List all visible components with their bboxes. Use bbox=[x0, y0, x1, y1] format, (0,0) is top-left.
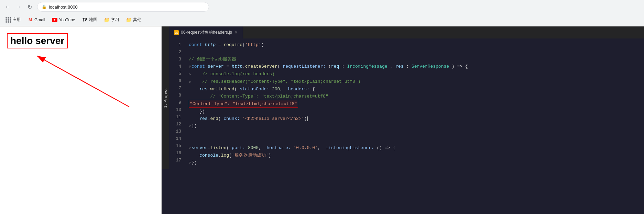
code-line-12: ▽}) bbox=[187, 122, 644, 130]
code-line-13 bbox=[187, 130, 644, 137]
code-line-8: // "Content-Type": "text/plain;charset=u… bbox=[187, 93, 644, 100]
code-line-4: ▽const server = http.createServer( reque… bbox=[187, 63, 644, 70]
line-num: 9 bbox=[169, 99, 181, 106]
gmail-icon: M bbox=[28, 17, 33, 23]
code-line-9: "Content-Type": "text/html;charset=utf8" bbox=[187, 100, 644, 108]
tab-filename: 06-request对象的headers.js bbox=[181, 30, 232, 35]
line-num: 10 bbox=[169, 106, 181, 113]
study-icon: 📁 bbox=[104, 17, 110, 23]
line-num: 17 bbox=[169, 157, 181, 164]
line-num: 7 bbox=[169, 85, 181, 92]
side-panel-label: 1: Project bbox=[163, 88, 167, 108]
line-num: 6 bbox=[169, 77, 181, 85]
code-line-7: res.writeHead( statusCode: 200, headers:… bbox=[187, 86, 644, 93]
reload-button[interactable]: ↻ bbox=[25, 2, 34, 12]
maps-icon: 🗺 bbox=[82, 17, 88, 23]
maps-label: 地图 bbox=[89, 17, 97, 23]
line-num: 14 bbox=[169, 135, 181, 142]
hello-server-text: hello server bbox=[10, 35, 64, 46]
code-line-17: ▽}) bbox=[187, 159, 644, 167]
maps-bookmark[interactable]: 🗺 地图 bbox=[79, 15, 100, 24]
line-num: 12 bbox=[169, 121, 181, 128]
code-area: 1 2 3 4 5 6 7 8 9 10 11 12 13 14 bbox=[169, 38, 644, 169]
gmail-label: Gmail bbox=[34, 18, 45, 22]
other-label: 其他 bbox=[133, 17, 141, 23]
line-num: 15 bbox=[169, 142, 181, 149]
back-button[interactable]: ← bbox=[3, 2, 12, 12]
annotation-arrow bbox=[0, 26, 161, 214]
line-num: 16 bbox=[169, 149, 181, 157]
nav-buttons: ← → ↻ bbox=[3, 2, 34, 12]
tab-close-button[interactable]: ✕ bbox=[234, 30, 238, 35]
code-line-16: console.log('服务器启动成功') bbox=[187, 152, 644, 159]
address-bar[interactable]: 🔒 localhost:8000 bbox=[37, 2, 209, 12]
hello-server-box: hello server bbox=[7, 33, 68, 48]
editor-tab-bar: JS 06-request对象的headers.js ✕ bbox=[169, 26, 644, 38]
line-num: 8 bbox=[169, 92, 181, 99]
svg-line-1 bbox=[37, 56, 129, 107]
line-num: 5 bbox=[169, 70, 181, 77]
browser-chrome: ← → ↻ 🔒 localhost:8000 应用 M Gmail bbox=[0, 0, 644, 26]
code-line-1: const http = require('http') bbox=[187, 41, 644, 48]
code-editor: 1: Project JS 06-request对象的headers.js ✕ … bbox=[162, 26, 644, 214]
line-num: 13 bbox=[169, 128, 181, 135]
tab-file-icon: JS bbox=[174, 30, 179, 35]
other-icon: 📁 bbox=[126, 17, 132, 23]
code-line-11: res.end( chunk: '<h2>hello server</h2>') bbox=[187, 115, 644, 122]
code-line-10: }) bbox=[187, 108, 644, 115]
code-line-6: ◇ // res.setHeader("Content-Type", "text… bbox=[187, 78, 644, 86]
study-bookmark[interactable]: 📁 学习 bbox=[101, 15, 122, 24]
youtube-icon: ▶ bbox=[52, 18, 57, 22]
editor-header: 1: Project JS 06-request对象的headers.js ✕ … bbox=[162, 26, 644, 169]
study-label: 学习 bbox=[111, 17, 119, 23]
apps-label: 应用 bbox=[12, 17, 21, 23]
other-bookmark[interactable]: 📁 其他 bbox=[123, 15, 144, 24]
code-line-14 bbox=[187, 137, 644, 144]
line-num: 1 bbox=[169, 41, 181, 48]
line-num: 3 bbox=[169, 56, 181, 63]
apps-icon bbox=[6, 17, 11, 23]
youtube-label: YouTube bbox=[59, 18, 75, 22]
code-content[interactable]: const http = require('http') // 创建一个web服… bbox=[185, 38, 644, 169]
line-num: 2 bbox=[169, 48, 181, 56]
browser-page: hello server bbox=[0, 26, 162, 214]
side-panel: 1: Project bbox=[162, 26, 169, 169]
code-line-15: ▽server.listen( port: 8000, hostname: '0… bbox=[187, 144, 644, 152]
code-line-3: // 创建一个web服务器 bbox=[187, 56, 644, 63]
line-numbers: 1 2 3 4 5 6 7 8 9 10 11 12 13 14 bbox=[169, 38, 185, 169]
forward-button[interactable]: → bbox=[14, 2, 23, 12]
apps-bookmark[interactable]: 应用 bbox=[3, 15, 23, 24]
editor-tab-active[interactable]: JS 06-request对象的headers.js ✕ bbox=[169, 26, 243, 38]
code-line-5: ◇ // console.log(req.headers) bbox=[187, 70, 644, 78]
youtube-bookmark[interactable]: ▶ YouTube bbox=[49, 16, 78, 24]
nav-bar: ← → ↻ 🔒 localhost:8000 bbox=[0, 0, 644, 14]
page-content: hello server bbox=[0, 26, 161, 214]
lock-icon: 🔒 bbox=[42, 4, 47, 9]
gmail-bookmark[interactable]: M Gmail bbox=[25, 16, 48, 24]
main-area: hello server 1: Project bbox=[0, 26, 644, 214]
line-num: 4 bbox=[169, 63, 181, 70]
url-text: localhost:8000 bbox=[49, 4, 78, 10]
line-num: 11 bbox=[169, 113, 181, 121]
bookmarks-bar: 应用 M Gmail ▶ YouTube 🗺 地图 📁 学习 📁 其他 bbox=[0, 14, 644, 26]
code-line-2 bbox=[187, 48, 644, 56]
